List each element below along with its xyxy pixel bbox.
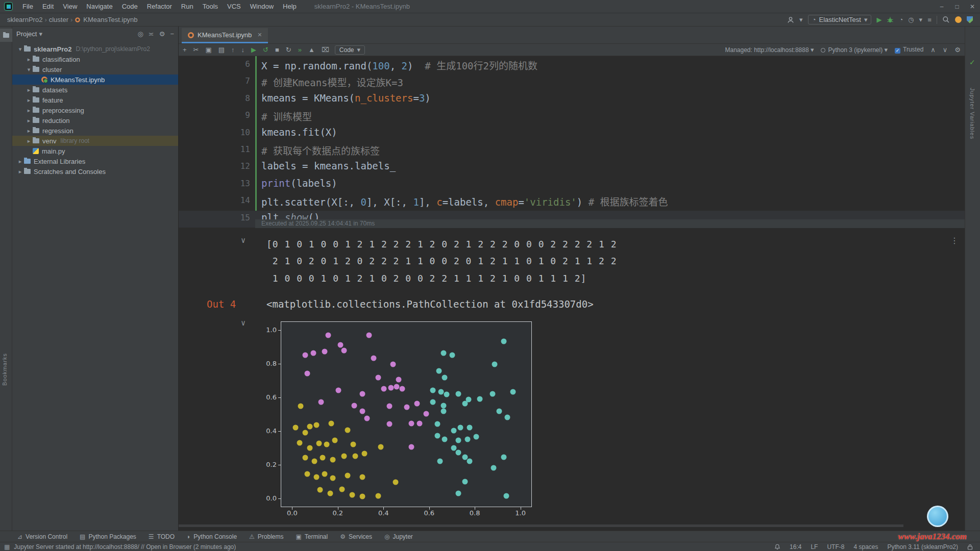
code-line-10[interactable]: 10kmeans.fit(X) xyxy=(179,126,965,142)
chevron-down-icon[interactable]: ▾ xyxy=(919,16,923,23)
gear-icon[interactable]: ⚙ xyxy=(954,46,961,54)
move-up-icon[interactable]: ↑ xyxy=(231,46,235,54)
cell-up-icon[interactable]: ∧ xyxy=(930,46,936,54)
menu-tools[interactable]: Tools xyxy=(198,3,223,10)
tree-chevron-icon[interactable]: ▸ xyxy=(25,87,33,93)
copy-cell-icon[interactable]: ▣ xyxy=(206,46,212,54)
encoding[interactable]: UTF-8 xyxy=(827,543,844,550)
tab-kmeanstest[interactable]: KMeansTest.ipynb ✕ xyxy=(182,28,268,43)
tool-window-button-python-packages[interactable]: ▤Python Packages xyxy=(80,533,136,540)
jupyter-server-select[interactable]: Managed: http://localhost:8888 ▾ xyxy=(725,46,814,54)
tool-window-button-python-console[interactable]: ◗Python Console xyxy=(187,533,237,540)
lock-icon[interactable] xyxy=(967,544,973,550)
tool-window-button-services[interactable]: ⚙Services xyxy=(340,533,372,540)
notebook-editor[interactable]: 6X = np.random.rand(100, 2) # 生成100行2列的随… xyxy=(179,56,965,531)
tool-window-button-version-control[interactable]: ⊿Version Control xyxy=(17,533,67,540)
code-line-11[interactable]: 11# 获取每个数据点的族标签 xyxy=(179,142,965,159)
tree-chevron-icon[interactable]: ▸ xyxy=(16,158,24,165)
tree-chevron-icon[interactable]: ▸ xyxy=(25,128,33,134)
output-menu-icon[interactable]: ⋮ xyxy=(950,236,959,245)
tree-item-external-libraries[interactable]: ▸External Libraries xyxy=(12,156,179,166)
stop-button[interactable]: ■ xyxy=(927,16,932,23)
tree-chevron-icon[interactable]: ▾ xyxy=(25,66,33,73)
code-line-12[interactable]: 12labels = kmeans.labels_ xyxy=(179,159,965,176)
tree-chevron-icon[interactable]: ▾ xyxy=(16,46,24,53)
chevron-down-icon[interactable]: ▾ xyxy=(39,30,42,38)
profiler-button[interactable]: ◷ xyxy=(908,16,914,23)
run-cell-icon[interactable]: ▶ xyxy=(251,46,256,54)
tree-item-main-py[interactable]: main.py xyxy=(12,146,179,156)
tool-window-button-jupyter[interactable]: ◎Jupyter xyxy=(384,533,413,540)
menu-help[interactable]: Help xyxy=(278,3,301,10)
stop-kernel-icon[interactable]: ■ xyxy=(275,46,279,54)
chevron-down-icon[interactable]: ▾ xyxy=(799,16,803,23)
restart-kernel-icon[interactable]: ↺ xyxy=(263,46,268,54)
tree-chevron-icon[interactable]: ▸ xyxy=(25,138,33,144)
tree-item-classification[interactable]: ▸classification xyxy=(12,54,179,64)
add-cell-icon[interactable]: + xyxy=(183,46,187,54)
menu-window[interactable]: Window xyxy=(246,3,278,10)
move-down-icon[interactable]: ↓ xyxy=(241,46,245,54)
breadcrumb-item[interactable]: sklearnPro2 xyxy=(7,16,42,23)
run-button[interactable]: ▶ xyxy=(876,16,881,23)
floating-assistant-button[interactable] xyxy=(927,506,948,527)
tree-chevron-icon[interactable]: ▸ xyxy=(25,56,33,63)
output-fold-icon[interactable]: ∨ xyxy=(241,236,246,245)
shield-icon[interactable] xyxy=(967,16,973,23)
project-panel-title[interactable]: Project xyxy=(16,30,37,38)
tree-item-reduction[interactable]: ▸reduction xyxy=(12,115,179,126)
code-line-9[interactable]: 9# 训练模型 xyxy=(179,108,965,125)
tree-item-cluster[interactable]: ▾cluster xyxy=(12,64,179,74)
menu-view[interactable]: View xyxy=(58,3,82,10)
tree-item-feature[interactable]: ▸feature xyxy=(12,95,179,105)
user-icon[interactable] xyxy=(787,16,794,23)
gear-icon[interactable]: ⚙ xyxy=(159,30,165,38)
jupyter-variables-tool-button[interactable]: Jupyter Variables xyxy=(969,88,975,139)
tree-item-datasets[interactable]: ▸datasets xyxy=(12,85,179,95)
horizontal-scrollbar[interactable] xyxy=(179,524,903,527)
coverage-button[interactable]: ◔ xyxy=(899,16,903,23)
run-all-icon[interactable]: » xyxy=(298,46,302,54)
tool-window-switcher-icon[interactable]: ▦ xyxy=(4,543,10,550)
tree-chevron-icon[interactable]: ▸ xyxy=(16,168,24,175)
tree-item-venv[interactable]: ▸venvlibrary root xyxy=(12,136,179,146)
collapse-all-icon[interactable]: ≍ xyxy=(149,30,154,38)
debug-button[interactable] xyxy=(887,16,894,23)
hide-panel-icon[interactable]: − xyxy=(170,30,174,38)
menu-vcs[interactable]: VCS xyxy=(223,3,246,10)
menu-code[interactable]: Code xyxy=(117,3,142,10)
interrupt-icon[interactable]: ▲ xyxy=(308,46,315,54)
menu-refactor[interactable]: Refactor xyxy=(142,3,177,10)
line-ending[interactable]: LF xyxy=(811,543,818,550)
menu-file[interactable]: File xyxy=(18,3,38,10)
codewithme-icon[interactable] xyxy=(955,16,962,23)
trusted-checkbox[interactable]: ✓Trusted xyxy=(895,46,923,54)
code-line-13[interactable]: 13print(labels) xyxy=(179,177,965,193)
cell-down-icon[interactable]: ∨ xyxy=(943,46,948,54)
breadcrumb-item[interactable]: KMeansTest.ipynb xyxy=(83,16,137,23)
cell-type-select[interactable]: Code ▾ xyxy=(335,45,365,55)
tree-item-sklearnpro2[interactable]: ▾sklearnPro2D:\python_proj\sklearnPro2 xyxy=(12,44,179,54)
close-button[interactable]: ✕ xyxy=(965,0,980,13)
indent[interactable]: 4 spaces xyxy=(853,543,878,550)
tree-chevron-icon[interactable]: ▸ xyxy=(25,117,33,124)
tree-item-regression[interactable]: ▸regression xyxy=(12,126,179,136)
rerun-icon[interactable]: ↻ xyxy=(286,46,291,54)
bookmarks-tool-button[interactable]: Bookmarks xyxy=(2,353,8,386)
code-line-14[interactable]: 14plt.scatter(X[:, 0], X[:, 1], c=labels… xyxy=(179,193,965,210)
code-line-8[interactable]: 8kmeans = KMeans(n_clusters=3) xyxy=(179,91,965,108)
inspections-ok-icon[interactable]: ✓ xyxy=(969,58,975,66)
run-config-select[interactable]: ◔ ElasticNetTest ▾ xyxy=(808,15,872,24)
maximize-button[interactable]: □ xyxy=(949,0,965,13)
bell-icon[interactable] xyxy=(774,544,780,550)
tree-item-preprocessing[interactable]: ▸preprocessing xyxy=(12,105,179,115)
code-line-6[interactable]: 6X = np.random.rand(100, 2) # 生成100行2列的随… xyxy=(179,57,965,74)
paste-cell-icon[interactable]: ▤ xyxy=(218,46,225,54)
interpreter[interactable]: Python 3.11 (sklearnPro2) xyxy=(887,543,958,550)
code-line-7[interactable]: 7# 创建Kmeans模型，设定族K=3 xyxy=(179,74,965,91)
menu-edit[interactable]: Edit xyxy=(38,3,58,10)
tree-chevron-icon[interactable]: ▸ xyxy=(25,97,33,104)
close-icon[interactable]: ✕ xyxy=(257,32,262,38)
tool-window-button-todo[interactable]: ☰TODO xyxy=(149,533,175,540)
breadcrumb-item[interactable]: cluster xyxy=(49,16,68,23)
